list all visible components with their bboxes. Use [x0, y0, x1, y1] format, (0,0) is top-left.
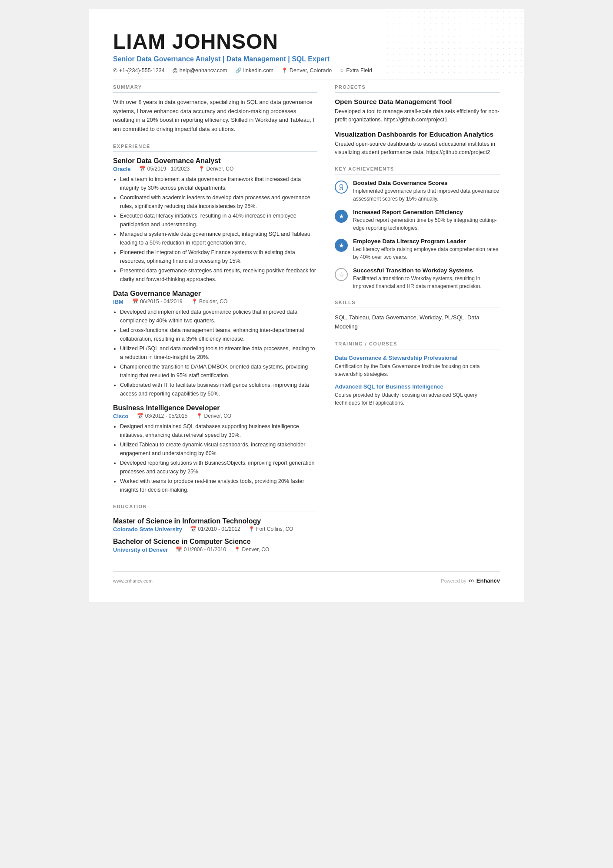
edu-entry-0: Master of Science in Information Technol…	[113, 517, 317, 533]
training-divider	[335, 349, 500, 349]
bullet-2-1: Utilized Tableau to create dynamic visua…	[120, 440, 317, 458]
extra-value: Extra Field	[346, 67, 372, 74]
link-icon: 🔗	[235, 67, 242, 74]
job-meta-2: Cisco 📅 03/2012 - 05/2015 📍 Denver, CO	[113, 413, 317, 419]
bullet-0-2: Executed data literacy initiatives, resu…	[120, 211, 317, 229]
job-entry-1: Data Governance Manager IBM 📅 06/2015 - …	[113, 290, 317, 398]
job-company-0: Oracle	[113, 166, 130, 172]
edu-location-0: 📍 Fort Collins, CO	[248, 526, 293, 532]
experience-divider	[113, 151, 317, 152]
skills-text: SQL, Tableau, Data Governance, Workday, …	[335, 313, 500, 332]
bullet-2-0: Designed and maintained SQL databases su…	[120, 422, 317, 439]
bullet-1-4: Collaborated with IT to facilitate busin…	[120, 381, 317, 398]
achievement-item-1: ★ Increased Report Generation Efficiency…	[335, 209, 500, 232]
course-desc-0: Certification by the Data Governance Ins…	[335, 362, 500, 378]
achievement-title-1: Increased Report Generation Efficiency	[353, 209, 500, 215]
achievement-title-2: Employee Data Literacy Program Leader	[353, 238, 500, 245]
powered-by-text: Powered by	[441, 578, 466, 583]
edu-degree-0: Master of Science in Information Technol…	[113, 517, 317, 525]
project-desc-0: Developed a tool to manage small-scale d…	[335, 107, 500, 124]
extra-contact: ☆ Extra Field	[340, 67, 372, 74]
bullet-1-1: Led cross-functional data management tea…	[120, 326, 317, 343]
achievement-title-0: Boosted Data Governance Scores	[353, 180, 500, 186]
edu-meta-0: Colorado State University 📅 01/2010 - 01…	[113, 526, 317, 533]
job-location-1: 📍 Boulder, CO	[191, 298, 228, 305]
calendar-edu-icon-0: 📅	[190, 526, 197, 532]
course-title-0: Data Governance & Stewardship Profession…	[335, 355, 500, 361]
edu-school-0: Colorado State University	[113, 526, 182, 533]
education-label: EDUCATION	[113, 504, 317, 509]
job-entry-0: Senior Data Governance Analyst Oracle 📅 …	[113, 157, 317, 284]
achievement-title-3: Successful Transition to Workday Systems	[353, 267, 500, 274]
course-item-0: Data Governance & Stewardship Profession…	[335, 355, 500, 378]
summary-divider	[113, 92, 317, 93]
achievement-icon-1: ★	[335, 210, 348, 223]
achievement-content-3: Successful Transition to Workday Systems…	[353, 267, 500, 290]
achievement-desc-1: Reduced report generation time by 50% by…	[353, 216, 500, 232]
contact-row: ✆ +1-(234)-555-1234 @ help@enhancv.com 🔗…	[113, 67, 500, 74]
edu-degree-1: Bachelor of Science in Computer Science	[113, 538, 317, 546]
job-company-1: IBM	[113, 298, 123, 305]
linkedin-contact: 🔗 linkedin.com	[235, 67, 273, 74]
achievement-icon-3: ☆	[335, 268, 348, 281]
job-location-2: 📍 Denver, CO	[196, 413, 231, 419]
experience-label: EXPERIENCE	[113, 144, 317, 149]
email-icon: @	[173, 67, 178, 74]
svg-point-0	[340, 184, 343, 188]
projects-divider	[335, 92, 500, 93]
project-item-1: Visualization Dashboards for Education A…	[335, 131, 500, 157]
achievement-content-1: Increased Report Generation Efficiency R…	[353, 209, 500, 232]
header-divider	[113, 80, 500, 80]
job-bullets-0: Led a team to implement a data governanc…	[113, 175, 317, 284]
training-label: TRAINING / COURSES	[335, 341, 500, 346]
infinity-icon: ∞	[469, 577, 473, 585]
job-date-2: 📅 03/2012 - 05/2015	[137, 413, 187, 419]
achievement-desc-0: Implemented governance plans that improv…	[353, 187, 500, 203]
achievement-content-0: Boosted Data Governance Scores Implement…	[353, 180, 500, 203]
edu-date-1: 📅 01/2006 - 01/2010	[176, 546, 226, 553]
job-date-1: 📅 06/2015 - 04/2019	[132, 298, 183, 305]
footer-logo: Powered by ∞ Enhancv	[441, 577, 500, 585]
edu-location-1: 📍 Denver, CO	[234, 546, 269, 553]
bullet-2-2: Developed reporting solutions with Busin…	[120, 459, 317, 476]
achievement-item-0: Boosted Data Governance Scores Implement…	[335, 180, 500, 203]
calendar-icon-1: 📅	[132, 298, 139, 305]
job-title-1: Data Governance Manager	[113, 290, 317, 298]
achievement-desc-2: Led literacy efforts raising employee da…	[353, 245, 500, 261]
calendar-icon-2: 📅	[137, 413, 143, 419]
project-title-1: Visualization Dashboards for Education A…	[335, 131, 500, 138]
calendar-edu-icon-1: 📅	[176, 546, 182, 553]
calendar-icon-0: 📅	[139, 166, 146, 172]
pin-edu-icon-1: 📍	[234, 546, 240, 553]
bullet-0-1: Coordinated with academic leaders to dev…	[120, 193, 317, 211]
achievements-divider	[335, 174, 500, 174]
bullet-0-5: Presented data governance strategies and…	[120, 266, 317, 284]
star-icon: ☆	[340, 67, 344, 74]
projects-label: PROJECTS	[335, 84, 500, 90]
job-title-2: Business Intelligence Developer	[113, 404, 317, 412]
pin-icon-2: 📍	[196, 413, 203, 419]
project-title-0: Open Source Data Management Tool	[335, 98, 500, 106]
job-meta-1: IBM 📅 06/2015 - 04/2019 📍 Boulder, CO	[113, 298, 317, 305]
candidate-name: LIAM JOHNSON	[113, 30, 500, 54]
bullet-1-3: Championed the transition to DAMA DMBOK-…	[120, 362, 317, 380]
education-divider	[113, 512, 317, 512]
bullet-0-3: Managed a system-wide data governance pr…	[120, 230, 317, 247]
edu-school-1: University of Denver	[113, 546, 168, 553]
achievement-content-2: Employee Data Literacy Program Leader Le…	[353, 238, 500, 261]
linkedin-value: linkedin.com	[243, 67, 273, 74]
resume-page: LIAM JOHNSON Senior Data Governance Anal…	[89, 9, 524, 602]
achievements-label: KEY ACHIEVEMENTS	[335, 166, 500, 171]
bullet-1-2: Utilized PL/SQL and data modeling tools …	[120, 344, 317, 362]
location-icon: 📍	[281, 67, 288, 74]
job-location-0: 📍 Denver, CO	[198, 166, 233, 172]
left-column: SUMMARY With over 8 years in data govern…	[113, 84, 317, 558]
project-item-0: Open Source Data Management Tool Develop…	[335, 98, 500, 124]
edu-meta-1: University of Denver 📅 01/2006 - 01/2010…	[113, 546, 317, 553]
bullet-2-3: Worked with teams to produce real-time a…	[120, 477, 317, 494]
main-content: SUMMARY With over 8 years in data govern…	[113, 84, 500, 558]
achievement-icon-0	[335, 181, 348, 194]
email-contact: @ help@enhancv.com	[173, 67, 227, 74]
summary-label: SUMMARY	[113, 84, 317, 90]
pin-icon-0: 📍	[198, 166, 205, 172]
